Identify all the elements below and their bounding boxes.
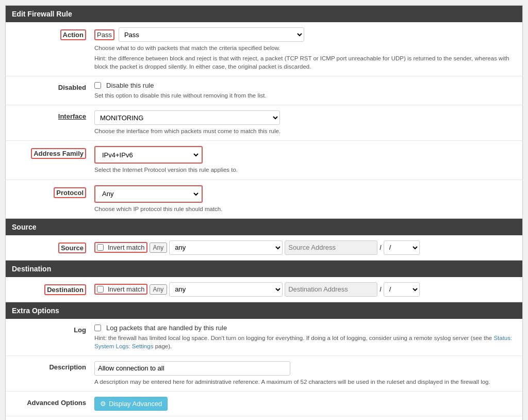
address-family-highlight: Address Family xyxy=(31,148,86,159)
destination-network-select[interactable]: any single host network xyxy=(169,282,283,297)
destination-invert-label: Invert match xyxy=(108,285,145,293)
extra-options-section-header: Extra Options xyxy=(6,302,522,319)
source-section-header: Source xyxy=(6,219,522,235)
action-value-highlight: Pass xyxy=(94,29,114,40)
disabled-checkbox[interactable] xyxy=(94,82,101,89)
interface-hint: Choose the interface from which packets … xyxy=(94,127,516,135)
source-prefix-select[interactable]: / 8 16 24 32 xyxy=(384,240,420,255)
destination-slash: / xyxy=(380,285,382,293)
address-family-label: Address Family xyxy=(12,146,94,159)
source-network-select[interactable]: any single host network xyxy=(169,240,283,255)
source-highlight: Source xyxy=(58,243,86,253)
disabled-hint: Set this option to disable this rule wit… xyxy=(94,91,516,100)
source-invert-highlight: Invert match xyxy=(94,242,147,253)
action-value: Pass xyxy=(97,31,112,39)
source-address-input[interactable] xyxy=(285,240,377,255)
description-input[interactable] xyxy=(94,361,290,376)
action-hint2: Hint: the difference between block and r… xyxy=(94,54,516,71)
destination-address-input[interactable] xyxy=(285,282,377,297)
protocol-select[interactable]: Any TCP UDP ICMP xyxy=(97,187,200,201)
source-label: Source xyxy=(12,240,94,253)
source-slash: / xyxy=(380,244,382,251)
action-select[interactable]: Pass Block Reject xyxy=(119,27,304,42)
destination-section-header: Destination xyxy=(6,261,522,277)
panel-title: Edit Firewall Rule xyxy=(6,6,522,22)
log-checkbox-label: Log packets that are handled by this rul… xyxy=(106,324,227,332)
display-advanced-label: Display Advanced xyxy=(109,400,162,408)
protocol-value-highlight: Any TCP UDP ICMP xyxy=(94,185,203,203)
destination-label: Destination xyxy=(12,282,94,295)
disabled-checkbox-label: Disable this rule xyxy=(106,82,154,89)
action-hint1: Choose what to do with packets that matc… xyxy=(94,44,516,52)
address-family-hint: Select the Internet Protocol version thi… xyxy=(94,166,516,174)
address-family-value-highlight: IPv4+IPv6 IPv4 IPv6 xyxy=(94,146,203,164)
destination-highlight: Destination xyxy=(44,284,86,295)
description-hint: A description may be entered here for ad… xyxy=(94,378,516,386)
protocol-hint: Choose which IP protocol this rule shoul… xyxy=(94,205,516,213)
interface-label: Interface xyxy=(12,110,94,120)
source-invert-label: Invert match xyxy=(108,244,145,251)
advanced-options-label: Advanced Options xyxy=(12,397,94,407)
action-label: Action xyxy=(12,27,94,40)
destination-prefix-select[interactable]: / 8 16 24 32 xyxy=(384,282,420,297)
protocol-label: Protocol xyxy=(12,185,94,198)
log-label: Log xyxy=(12,324,94,334)
destination-invert-checkbox[interactable] xyxy=(97,286,104,293)
address-family-select[interactable]: IPv4+IPv6 IPv4 IPv6 xyxy=(97,148,200,162)
source-any-highlight: Any xyxy=(150,243,168,253)
action-highlight: Action xyxy=(60,29,86,40)
display-advanced-button[interactable]: Display Advanced xyxy=(94,397,168,411)
destination-invert-highlight: Invert match xyxy=(94,284,147,295)
protocol-highlight: Protocol xyxy=(54,187,86,198)
disabled-label: Disabled xyxy=(12,82,94,91)
interface-select[interactable]: MONITORING WAN LAN xyxy=(94,110,280,125)
log-checkbox[interactable] xyxy=(94,325,101,331)
description-label: Description xyxy=(12,361,94,371)
gear-icon xyxy=(100,400,106,408)
source-invert-checkbox[interactable] xyxy=(97,244,104,251)
destination-any-highlight: Any xyxy=(150,284,168,295)
log-hint: Hint: the firewall has limited local log… xyxy=(94,334,516,350)
